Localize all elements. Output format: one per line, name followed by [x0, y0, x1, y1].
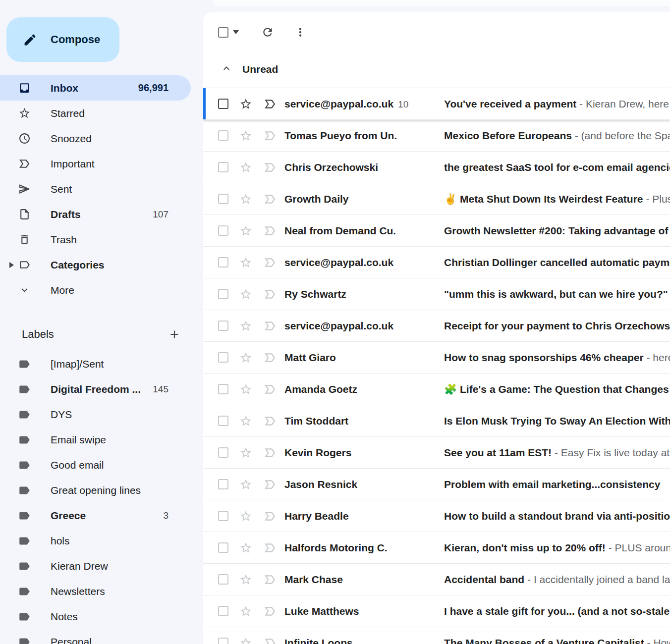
label-item[interactable]: DYS [0, 402, 191, 427]
star-icon[interactable] [239, 415, 252, 428]
label-item[interactable]: Greece 3 [0, 503, 191, 528]
more-options-button[interactable] [294, 26, 307, 39]
importance-marker-icon[interactable] [264, 478, 277, 491]
star-icon[interactable] [239, 446, 252, 459]
star-icon[interactable] [239, 98, 252, 110]
sidebar-item-categories[interactable]: Categories [0, 252, 191, 277]
email-row[interactable]: Harry Beadle How to build a standout bra… [203, 500, 670, 532]
sidebar-item-starred[interactable]: Starred [0, 101, 191, 126]
importance-marker-icon[interactable] [264, 161, 277, 174]
email-row[interactable]: Amanda Goetz 🧩 Life's a Game: The Questi… [203, 374, 670, 405]
email-row[interactable]: Kevin Rogers See you at 11am EST!Easy Fi… [203, 437, 670, 469]
sidebar-item-important[interactable]: Important [0, 151, 191, 176]
refresh-button[interactable] [261, 26, 274, 39]
email-checkbox[interactable] [218, 542, 228, 553]
email-checkbox[interactable] [218, 130, 228, 141]
importance-marker-icon[interactable] [264, 224, 277, 237]
importance-marker-icon[interactable] [264, 383, 277, 396]
email-checkbox[interactable] [218, 574, 228, 585]
importance-marker-icon[interactable] [264, 605, 277, 618]
label-item[interactable]: Great opening lines [0, 478, 191, 503]
email-row[interactable]: Tim Stoddart Is Elon Musk Trying To Sway… [203, 405, 670, 437]
importance-marker-icon[interactable] [264, 320, 277, 332]
email-checkbox[interactable] [218, 606, 228, 616]
add-label-button[interactable] [168, 328, 181, 341]
label-item[interactable]: Good email [0, 452, 191, 478]
email-row[interactable]: Halfords Motoring C. Kieran, don't miss … [203, 532, 670, 564]
email-row[interactable]: service@paypal.co.uk Christian Dollinger… [203, 247, 670, 278]
email-row[interactable]: Growth Daily ✌️ Meta Shut Down Its Weird… [203, 183, 670, 215]
email-row[interactable]: Jason Resnick Problem with email marketi… [203, 469, 670, 500]
star-icon[interactable] [239, 605, 252, 618]
email-row[interactable]: Matt Giaro How to snag sponsorships 46% … [203, 342, 670, 374]
email-row[interactable]: Infinite Loops The Many Bosses of a Vent… [203, 627, 670, 644]
email-checkbox[interactable] [218, 352, 228, 363]
sidebar-item-snoozed[interactable]: Snoozed [0, 126, 191, 151]
email-checkbox[interactable] [218, 257, 228, 268]
star-icon[interactable] [239, 478, 252, 491]
sidebar-item-trash[interactable]: Trash [0, 227, 191, 252]
star-icon[interactable] [239, 193, 252, 206]
importance-marker-icon[interactable] [264, 288, 277, 301]
star-icon[interactable] [239, 129, 252, 142]
expand-arrow-icon[interactable] [9, 262, 14, 268]
star-icon[interactable] [239, 320, 252, 332]
email-checkbox[interactable] [218, 511, 228, 521]
star-icon[interactable] [239, 288, 252, 301]
email-row[interactable]: Luke Matthews I have a stale gift for yo… [203, 595, 670, 627]
email-checkbox[interactable] [218, 99, 228, 109]
importance-marker-icon[interactable] [264, 415, 277, 428]
star-icon[interactable] [239, 161, 252, 174]
importance-marker-icon[interactable] [264, 129, 277, 142]
label-item[interactable]: Notes [0, 604, 191, 629]
email-row[interactable]: service@paypal.co.uk Receipt for your pa… [203, 310, 670, 342]
star-icon[interactable] [239, 637, 252, 644]
star-icon[interactable] [239, 510, 252, 523]
select-all-checkbox[interactable] [218, 27, 228, 38]
email-checkbox[interactable] [218, 225, 228, 236]
star-icon[interactable] [239, 383, 252, 396]
importance-marker-icon[interactable] [264, 541, 277, 554]
email-row[interactable]: Neal from Demand Cu. Growth Newsletter #… [203, 215, 670, 247]
importance-marker-icon[interactable] [264, 256, 277, 269]
sidebar-item-more[interactable]: More [0, 277, 191, 303]
label-item[interactable]: Newsletters [0, 579, 191, 604]
star-icon[interactable] [239, 256, 252, 269]
select-dropdown-arrow-icon[interactable] [233, 30, 239, 34]
email-row[interactable]: Tomas Pueyo from Un. Mexico Before Europ… [203, 120, 670, 152]
email-checkbox[interactable] [218, 384, 228, 394]
star-icon[interactable] [239, 541, 252, 554]
sidebar-item-drafts[interactable]: Drafts 107 [0, 202, 191, 227]
label-item[interactable]: Email swipe [0, 427, 191, 452]
importance-marker-icon[interactable] [264, 98, 277, 110]
email-checkbox[interactable] [218, 194, 228, 204]
importance-marker-icon[interactable] [264, 446, 277, 459]
star-icon[interactable] [239, 573, 252, 586]
email-checkbox[interactable] [218, 162, 228, 172]
email-row[interactable]: service@paypal.co.uk 10 You've received … [203, 88, 670, 120]
email-checkbox[interactable] [218, 447, 228, 458]
importance-marker-icon[interactable] [264, 637, 277, 644]
star-icon[interactable] [239, 351, 252, 364]
email-row[interactable]: Mark Chase Accidental bandI accidentally… [203, 564, 670, 595]
importance-marker-icon[interactable] [264, 193, 277, 206]
sidebar-item-inbox[interactable]: Inbox 96,991 [0, 75, 191, 101]
email-checkbox[interactable] [218, 321, 228, 331]
importance-marker-icon[interactable] [264, 351, 277, 364]
importance-marker-icon[interactable] [264, 510, 277, 523]
label-item[interactable]: Personal [0, 629, 191, 644]
email-checkbox[interactable] [218, 416, 228, 426]
email-checkbox[interactable] [218, 479, 228, 489]
label-item[interactable]: [Imap]/Sent [0, 351, 191, 376]
importance-marker-icon[interactable] [264, 573, 277, 586]
collapse-chevron-up-icon[interactable] [221, 62, 232, 76]
compose-button[interactable]: Compose [6, 17, 119, 62]
label-item[interactable]: Digital Freedom ... 145 [0, 376, 191, 402]
email-row[interactable]: Chris Orzechowski the greatest SaaS tool… [203, 152, 670, 183]
email-checkbox[interactable] [218, 638, 228, 644]
unread-section-header[interactable]: Unread [221, 62, 278, 76]
label-item[interactable]: Kieran Drew [0, 553, 191, 579]
email-row[interactable]: Ry Schwartz "umm this is awkward, but ca… [203, 278, 670, 310]
label-item[interactable]: hols [0, 528, 191, 553]
email-checkbox[interactable] [218, 289, 228, 299]
